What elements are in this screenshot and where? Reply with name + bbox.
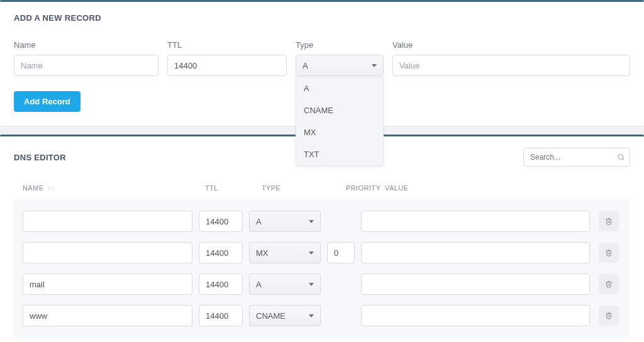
ttl-input[interactable] xyxy=(167,55,287,76)
add-record-form-row: Name TTL Type A A CNAME MX TXT xyxy=(14,40,630,76)
row-value-input[interactable] xyxy=(361,305,590,326)
chevron-down-icon xyxy=(309,251,314,255)
search-input[interactable] xyxy=(523,148,630,167)
type-option-cname[interactable]: CNAME xyxy=(296,99,383,121)
type-label: Type xyxy=(296,40,384,50)
trash-icon xyxy=(605,280,613,289)
ttl-label: TTL xyxy=(167,40,287,50)
col-priority[interactable]: PRIORITY xyxy=(346,184,385,192)
row-name-input[interactable] xyxy=(23,242,192,263)
row-type-select[interactable]: A xyxy=(249,211,321,232)
col-name[interactable]: NAME xyxy=(23,184,43,192)
dns-editor-title: DNS EDITOR xyxy=(14,153,66,162)
chevron-down-icon xyxy=(309,314,314,317)
type-dropdown: A CNAME MX TXT xyxy=(296,77,384,166)
row-type-select[interactable]: MX xyxy=(249,242,321,263)
col-ttl[interactable]: TTL xyxy=(205,184,262,192)
row-type-value: MX xyxy=(256,248,269,258)
trash-icon xyxy=(605,217,613,226)
chevron-down-icon xyxy=(372,64,377,67)
row-name-input[interactable] xyxy=(23,305,192,326)
table-body: A MX A xyxy=(14,199,630,338)
row-delete-button[interactable] xyxy=(599,274,619,294)
row-name-input[interactable] xyxy=(23,273,192,295)
row-priority-input[interactable] xyxy=(327,242,355,263)
row-type-select[interactable]: A xyxy=(249,273,321,295)
col-type[interactable]: TYPE xyxy=(262,184,346,192)
trash-icon xyxy=(605,311,613,320)
add-record-panel: ADD A NEW RECORD Name TTL Type A A CNAME xyxy=(0,0,644,126)
search-icon xyxy=(617,153,625,162)
table-row: MX xyxy=(18,237,626,268)
add-record-button[interactable]: Add Record xyxy=(14,91,80,112)
row-delete-button[interactable] xyxy=(599,306,619,326)
row-type-value: A xyxy=(256,217,262,226)
row-value-input[interactable] xyxy=(361,242,590,263)
row-type-value: CNAME xyxy=(256,311,286,321)
search-wrap xyxy=(523,148,630,167)
svg-line-1 xyxy=(623,158,624,160)
value-label: Value xyxy=(392,40,630,50)
add-record-title: ADD A NEW RECORD xyxy=(14,13,630,23)
table-header: NAME ↑↓ TTL TYPE PRIORITY VALUE xyxy=(14,173,630,199)
table-row: CNAME xyxy=(18,300,626,331)
name-input[interactable] xyxy=(14,55,158,76)
row-ttl-input[interactable] xyxy=(199,242,243,263)
row-delete-button[interactable] xyxy=(599,211,619,231)
type-option-txt[interactable]: TXT xyxy=(296,143,383,165)
col-value[interactable]: VALUE xyxy=(385,184,596,192)
row-type-value: A xyxy=(256,280,262,289)
row-ttl-input[interactable] xyxy=(199,305,243,326)
type-select[interactable]: A xyxy=(296,55,384,76)
trash-icon xyxy=(605,248,613,257)
type-option-mx[interactable]: MX xyxy=(296,121,383,143)
chevron-down-icon xyxy=(309,220,314,223)
row-ttl-input[interactable] xyxy=(199,273,243,295)
sort-icon: ↑↓ xyxy=(47,185,54,192)
row-type-select[interactable]: CNAME xyxy=(249,305,321,326)
chevron-down-icon xyxy=(309,283,314,286)
row-value-input[interactable] xyxy=(361,273,590,295)
row-name-input[interactable] xyxy=(23,211,192,232)
row-value-input[interactable] xyxy=(361,211,590,232)
row-ttl-input[interactable] xyxy=(199,211,243,232)
type-selected-value: A xyxy=(303,61,308,70)
name-label: Name xyxy=(14,40,158,50)
table-row: A xyxy=(18,268,626,300)
value-input[interactable] xyxy=(392,55,630,76)
row-delete-button[interactable] xyxy=(599,243,619,263)
type-option-a[interactable]: A xyxy=(296,77,383,99)
svg-point-0 xyxy=(618,155,623,160)
table-row: A xyxy=(18,206,626,237)
